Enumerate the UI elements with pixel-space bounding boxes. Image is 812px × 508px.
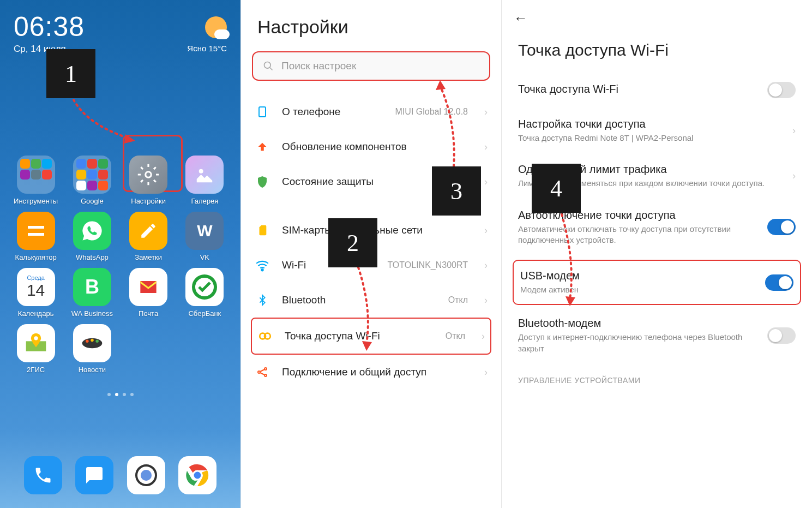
app-label: Календарь xyxy=(18,309,54,318)
chevron-right-icon: › xyxy=(484,225,488,236)
map-pin-icon xyxy=(17,324,55,362)
step-4-badge: 4 xyxy=(532,164,581,213)
arrow-step4 xyxy=(554,212,586,310)
step-2-badge: 2 xyxy=(328,218,377,267)
app-settings[interactable]: Настройки xyxy=(123,156,175,205)
toggle-hotspot[interactable] xyxy=(767,82,796,98)
svg-point-23 xyxy=(258,371,260,373)
search-icon xyxy=(263,61,274,71)
svg-point-17 xyxy=(264,62,271,69)
chevron-right-icon: › xyxy=(484,176,488,188)
image-icon xyxy=(185,156,224,194)
app-label: Заметки xyxy=(135,253,162,261)
row-sharing[interactable]: Подключение и общий доступ › xyxy=(241,355,501,390)
settings-title: Настройки xyxy=(241,0,501,46)
toggle-bt-modem[interactable] xyxy=(767,327,796,344)
svg-rect-19 xyxy=(259,107,266,117)
chevron-right-icon: › xyxy=(792,170,796,182)
calendar-day: Среда xyxy=(27,274,44,281)
calendar-icon: Среда14 xyxy=(17,268,55,306)
hotspot-title: Точка доступа Wi-Fi xyxy=(502,37,812,73)
phone-app[interactable] xyxy=(24,456,62,494)
app-notes[interactable]: Заметки xyxy=(123,212,175,261)
toggle-auto-off[interactable] xyxy=(767,219,796,235)
step-1-badge: 1 xyxy=(46,49,95,98)
app-whatsapp[interactable]: WhatsApp xyxy=(66,212,118,261)
camera-app[interactable] xyxy=(127,456,165,494)
row-bt-modem[interactable]: Bluetooth-модемДоступ к интернет-подключ… xyxy=(502,308,812,365)
svg-point-6 xyxy=(86,340,89,343)
chevron-right-icon: › xyxy=(484,260,488,271)
calculator-icon xyxy=(17,212,55,250)
app-label: Инструменты xyxy=(14,197,58,205)
app-calculator[interactable]: Калькулятор xyxy=(10,212,62,261)
row-hotspot-config[interactable]: Настройка точки доступаТочка доступа Red… xyxy=(502,109,812,154)
news-icon xyxy=(73,324,111,362)
svg-marker-28 xyxy=(566,296,575,306)
step-3-badge: 3 xyxy=(432,166,481,216)
sim-icon xyxy=(255,223,270,238)
svg-point-11 xyxy=(141,470,152,481)
shield-icon xyxy=(255,174,270,189)
svg-point-20 xyxy=(261,269,263,271)
whatsapp-icon xyxy=(73,212,111,250)
app-label: WA Business xyxy=(71,309,113,318)
mail-icon xyxy=(129,268,167,306)
svg-point-4 xyxy=(34,336,38,340)
app-2gis[interactable]: 2ГИС xyxy=(10,324,62,374)
app-label: Галерея xyxy=(191,197,218,205)
app-label: Google xyxy=(81,197,104,205)
messages-app[interactable] xyxy=(75,456,113,494)
app-vk[interactable]: WVK xyxy=(179,212,231,261)
phone-outline-icon xyxy=(255,104,270,119)
settings-panel: Настройки Поиск настроек О телефоне MIUI… xyxy=(240,0,501,508)
app-label: Калькулятор xyxy=(15,253,57,261)
chevron-right-icon: › xyxy=(484,367,488,378)
gear-icon xyxy=(129,156,167,194)
app-mail[interactable]: Почта xyxy=(123,268,175,318)
app-grid: Инструменты Google Настройки Галерея Кал… xyxy=(0,147,240,382)
row-about-phone[interactable]: О телефоне MIUI Global 12.0.8 › xyxy=(241,94,501,129)
row-hotspot-toggle[interactable]: Точка доступа Wi-Fi xyxy=(502,73,812,109)
vk-icon: W xyxy=(185,212,224,250)
weather-widget[interactable]: Ясно 15°C xyxy=(187,16,227,53)
chevron-right-icon: › xyxy=(484,141,488,153)
sberbank-icon xyxy=(185,268,224,306)
app-sberbank[interactable]: СберБанк xyxy=(179,268,231,318)
chevron-right-icon: › xyxy=(792,125,796,136)
svg-line-18 xyxy=(270,68,273,70)
home-screen-panel: 06:38 Ср, 14 июля Ясно 15°C 1 Инструмент… xyxy=(0,0,240,508)
app-label: 2ГИС xyxy=(27,366,45,374)
chevron-right-icon: › xyxy=(482,331,485,342)
svg-point-0 xyxy=(146,172,152,178)
app-wa-business[interactable]: BWA Business xyxy=(66,268,118,318)
app-label: Почта xyxy=(139,309,158,318)
svg-point-25 xyxy=(264,374,267,376)
app-label: Настройки xyxy=(131,197,166,205)
wifi-icon xyxy=(255,258,270,273)
dock xyxy=(0,456,240,494)
app-calendar[interactable]: Среда14Календарь xyxy=(10,268,62,318)
app-tools-folder[interactable]: Инструменты xyxy=(10,156,62,205)
row-updates[interactable]: Обновление компонентов › xyxy=(241,129,501,164)
app-label: СберБанк xyxy=(188,309,221,318)
app-google-folder[interactable]: Google xyxy=(66,156,118,205)
devices-section-label: УПРАВЛЕНИЕ УСТРОЙСТВАМИ xyxy=(502,365,812,385)
svg-point-24 xyxy=(264,368,267,370)
svg-point-7 xyxy=(91,339,94,342)
chrome-app[interactable] xyxy=(178,456,216,494)
app-news[interactable]: Новости xyxy=(66,324,118,374)
svg-marker-26 xyxy=(362,341,372,351)
arrow-up-icon xyxy=(255,139,270,154)
svg-point-1 xyxy=(199,169,203,174)
arrow-step1 xyxy=(71,97,136,146)
link-icon xyxy=(257,328,273,344)
app-gallery[interactable]: Галерея xyxy=(179,156,231,205)
app-label: VK xyxy=(200,253,209,261)
back-button[interactable]: ← xyxy=(502,0,812,37)
svg-marker-16 xyxy=(124,134,135,144)
toggle-usb-modem[interactable] xyxy=(765,274,793,291)
settings-search[interactable]: Поиск настроек xyxy=(252,51,490,81)
svg-marker-27 xyxy=(436,80,446,90)
page-indicator xyxy=(0,393,240,396)
